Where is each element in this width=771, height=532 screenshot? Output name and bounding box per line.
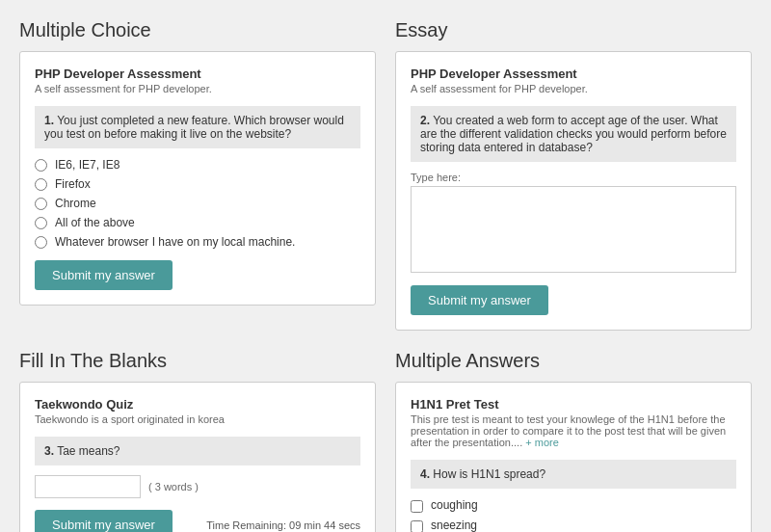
mc-question-text: You just completed a new feature. Which …: [44, 114, 344, 141]
ma-checkbox-2[interactable]: [411, 520, 423, 532]
fitb-quiz-subtitle: Taekwondo is a sport originated in korea: [35, 413, 360, 425]
mc-radio-4[interactable]: [35, 217, 47, 229]
time-value: 09 min 44 secs: [289, 519, 360, 531]
essay-quiz-subtitle: A self assessment for PHP developer.: [411, 83, 736, 94]
time-remaining: Time Remaining: 09 min 44 secs: [206, 519, 360, 531]
ma-checkbox-1[interactable]: [411, 500, 423, 513]
mc-option-1[interactable]: IE6, IE7, IE8: [35, 158, 360, 172]
mc-option-label-1: IE6, IE7, IE8: [55, 158, 120, 172]
mc-question-number: 1.: [44, 114, 54, 127]
section-title-mc: Multiple Choice: [19, 19, 376, 41]
mc-quiz-subtitle: A self assessment for PHP developer.: [35, 83, 360, 94]
mc-option-label-2: Firefox: [55, 177, 91, 191]
fitb-text-input[interactable]: [35, 475, 141, 498]
section-title-fitb: Fill In The Blanks: [19, 350, 376, 372]
fitb-question-block: 3. Tae means?: [35, 437, 360, 466]
mc-option-label-5: Whatever browser I have on my local mach…: [55, 235, 295, 249]
card-multiple-choice: PHP Developer Assessment A self assessme…: [19, 51, 376, 306]
essay-textarea[interactable]: [411, 186, 736, 273]
ma-quiz-title: H1N1 Pret Test: [411, 397, 736, 412]
ma-question-number: 4.: [420, 467, 430, 481]
essay-question-block: 2. You created a web form to accept age …: [411, 106, 736, 162]
section-title-essay: Essay: [395, 19, 752, 41]
ma-more-link[interactable]: + more: [525, 437, 559, 448]
mc-option-5[interactable]: Whatever browser I have on my local mach…: [35, 235, 360, 249]
section-title-ma: Multiple Answers: [395, 350, 752, 372]
fitb-word-hint: ( 3 words ): [148, 481, 199, 492]
essay-submit-button[interactable]: Submit my answer: [411, 285, 548, 315]
fitb-question-number: 3.: [44, 444, 54, 458]
mc-submit-button[interactable]: Submit my answer: [35, 260, 173, 290]
mc-option-3[interactable]: Chrome: [35, 197, 360, 210]
mc-radio-5[interactable]: [35, 236, 47, 249]
card-essay: PHP Developer Assessment A self assessme…: [395, 51, 752, 331]
ma-option-1[interactable]: coughing: [411, 498, 736, 513]
time-label: Time Remaining:: [206, 519, 286, 531]
fitb-submit-button[interactable]: Submit my answer: [35, 510, 173, 532]
essay-question-text: You created a web form to accept age of …: [420, 114, 727, 154]
fitb-question-text: Tae means?: [57, 444, 120, 458]
mc-option-label-3: Chrome: [55, 197, 96, 210]
ma-option-label-2: sneezing: [431, 519, 477, 532]
mc-question-block: 1. You just completed a new feature. Whi…: [35, 106, 360, 148]
essay-quiz-title: PHP Developer Assessment: [411, 66, 736, 81]
mc-radio-1[interactable]: [35, 159, 47, 172]
mc-quiz-title: PHP Developer Assessment: [35, 66, 360, 81]
ma-question-text: How is H1N1 spread?: [433, 467, 545, 481]
ma-options-list: coughing sneezing touching droplet with …: [411, 498, 736, 532]
mc-options-list: IE6, IE7, IE8 Firefox Chrome All of the …: [35, 158, 360, 249]
mc-option-2[interactable]: Firefox: [35, 177, 360, 191]
essay-textarea-label: Type here:: [411, 172, 736, 183]
essay-question-number: 2.: [420, 114, 430, 127]
mc-radio-3[interactable]: [35, 198, 47, 210]
mc-radio-2[interactable]: [35, 178, 47, 191]
ma-quiz-subtitle: This pre test is meant to test your know…: [411, 413, 736, 448]
fitb-footer: Submit my answer Time Remaining: 09 min …: [35, 510, 360, 532]
ma-option-2[interactable]: sneezing: [411, 519, 736, 532]
fitb-input-row: ( 3 words ): [35, 475, 360, 498]
card-multiple-answers: H1N1 Pret Test This pre test is meant to…: [395, 382, 752, 532]
fitb-quiz-title: Taekwondo Quiz: [35, 397, 360, 412]
ma-option-label-1: coughing: [431, 498, 478, 512]
card-fitb: Taekwondo Quiz Taekwondo is a sport orig…: [19, 382, 376, 532]
ma-question-block: 4. How is H1N1 spread?: [411, 460, 736, 489]
mc-option-label-4: All of the above: [55, 216, 135, 229]
mc-option-4[interactable]: All of the above: [35, 216, 360, 229]
